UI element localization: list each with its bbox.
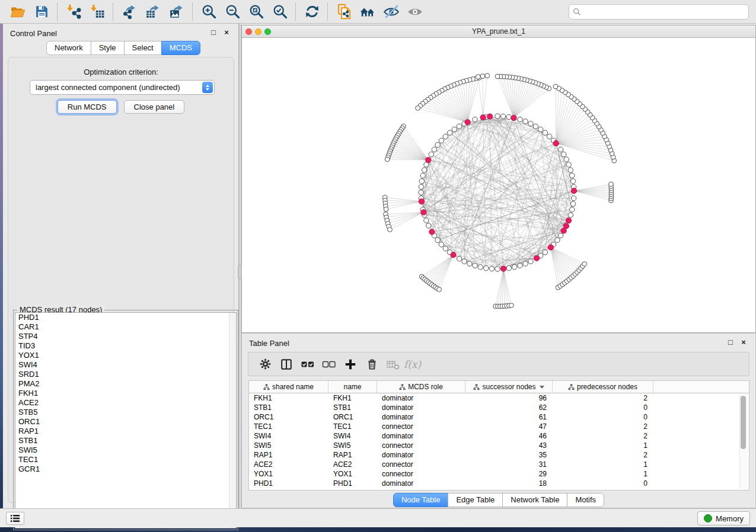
export-network-button[interactable]: [118, 2, 141, 22]
network-node[interactable]: [385, 157, 390, 162]
network-node[interactable]: [422, 168, 427, 172]
mcds-dominator-node[interactable]: [553, 140, 559, 146]
table-row[interactable]: TEC1TEC1connector472: [249, 422, 749, 431]
import-table-button[interactable]: [86, 2, 109, 22]
float-panel-icon[interactable]: □: [209, 27, 218, 37]
network-node[interactable]: [555, 238, 560, 242]
network-node[interactable]: [480, 74, 485, 79]
network-node[interactable]: [452, 127, 457, 132]
tab-network-table[interactable]: Network Table: [502, 493, 567, 507]
table-row[interactable]: ACE2ACE2connector311: [249, 460, 749, 469]
network-node[interactable]: [424, 218, 429, 223]
table-row[interactable]: FKH1FKH1dominator962: [249, 393, 749, 403]
mcds-dominator-node[interactable]: [501, 266, 506, 271]
network-node[interactable]: [388, 227, 393, 232]
network-graph-canvas[interactable]: [242, 37, 755, 332]
network-node[interactable]: [564, 157, 569, 162]
task-history-button[interactable]: [6, 512, 24, 525]
table-row[interactable]: SWI5SWI5connector431: [249, 441, 749, 450]
mcds-result-item[interactable]: ORC1: [15, 417, 236, 427]
refresh-view-button[interactable]: [301, 2, 323, 22]
network-node[interactable]: [509, 303, 514, 308]
network-node[interactable]: [547, 134, 552, 139]
close-panel-icon[interactable]: ×: [222, 27, 231, 37]
network-node[interactable]: [457, 124, 461, 129]
table-row[interactable]: RAP1RAP1dominator352: [249, 450, 749, 460]
list-scrollbar[interactable]: [229, 313, 236, 528]
network-node[interactable]: [570, 201, 575, 206]
mcds-dominator-node[interactable]: [426, 158, 431, 163]
network-node[interactable]: [437, 287, 442, 292]
network-node[interactable]: [443, 246, 448, 251]
network-node[interactable]: [485, 73, 490, 78]
function-builder-icon[interactable]: f(x): [404, 358, 421, 370]
table-row[interactable]: PHD1PHD1dominator180: [249, 479, 749, 488]
close-panel-button[interactable]: Close panel: [124, 100, 185, 114]
table-row[interactable]: ORC1ORC1dominator610: [249, 412, 749, 422]
mcds-result-item[interactable]: FKH1: [15, 389, 236, 398]
column-header-name[interactable]: name: [328, 381, 377, 393]
network-node[interactable]: [523, 261, 528, 266]
open-file-button[interactable]: [7, 2, 29, 22]
network-node[interactable]: [558, 233, 563, 238]
tab-node-table[interactable]: Node Table: [393, 493, 449, 507]
mcds-dominator-node[interactable]: [511, 115, 516, 120]
mcds-dominator-node[interactable]: [534, 255, 540, 261]
first-neighbors-button[interactable]: [356, 2, 379, 22]
mcds-result-item[interactable]: STP4: [15, 332, 236, 341]
table-row[interactable]: SWI4SWI4dominator462: [249, 431, 749, 441]
tab-network[interactable]: Network: [46, 41, 91, 55]
table-scrollbar[interactable]: [739, 394, 748, 489]
tab-mcds[interactable]: MCDS: [161, 41, 200, 55]
network-node[interactable]: [543, 130, 547, 135]
mcds-dominator-node[interactable]: [451, 252, 456, 258]
network-node[interactable]: [506, 265, 511, 270]
mcds-result-item[interactable]: STB1: [15, 436, 236, 446]
network-node[interactable]: [432, 147, 436, 152]
tab-select[interactable]: Select: [124, 41, 162, 55]
delete-column-button[interactable]: [361, 355, 382, 374]
mcds-dominator-node[interactable]: [566, 218, 571, 223]
deselect-all-rows-button[interactable]: [318, 355, 340, 374]
network-node[interactable]: [543, 250, 547, 255]
network-node[interactable]: [476, 75, 480, 79]
network-node[interactable]: [500, 114, 505, 118]
mcds-result-item[interactable]: YOX1: [15, 351, 236, 360]
network-node[interactable]: [571, 196, 576, 200]
network-node[interactable]: [419, 184, 423, 189]
network-node[interactable]: [435, 142, 440, 147]
network-node[interactable]: [495, 114, 500, 118]
network-node[interactable]: [518, 117, 522, 122]
mcds-dominator-node[interactable]: [561, 228, 566, 233]
scrollbar-thumb[interactable]: [741, 396, 746, 449]
network-node[interactable]: [420, 173, 425, 178]
export-image-button[interactable]: [165, 2, 188, 22]
zoom-fit-button[interactable]: [245, 2, 267, 22]
column-header-successor-nodes[interactable]: successor nodes: [465, 381, 553, 393]
network-node[interactable]: [462, 259, 467, 264]
save-session-button[interactable]: [30, 2, 53, 22]
zoom-selected-button[interactable]: [269, 2, 291, 22]
network-node[interactable]: [518, 263, 522, 268]
mcds-dominator-node[interactable]: [487, 114, 493, 119]
network-node[interactable]: [582, 262, 587, 267]
mcds-result-item[interactable]: TID3: [15, 341, 236, 351]
tab-motifs[interactable]: Motifs: [567, 493, 604, 507]
zoom-out-button[interactable]: [221, 2, 244, 22]
network-node[interactable]: [523, 119, 528, 124]
network-node[interactable]: [570, 207, 575, 212]
column-header-shared-name[interactable]: shared name: [249, 381, 328, 393]
run-mcds-button[interactable]: Run MCDS: [58, 100, 117, 114]
delete-table-button[interactable]: [382, 355, 404, 374]
criterion-dropdown[interactable]: largest connected component (undirected): [30, 80, 215, 95]
network-node[interactable]: [533, 124, 538, 129]
network-node[interactable]: [419, 179, 424, 184]
mcds-result-item[interactable]: GCR1: [15, 464, 236, 474]
mcds-result-item[interactable]: SRD1: [15, 370, 236, 379]
mcds-result-item[interactable]: SWI4: [15, 360, 236, 370]
mcds-dominator-node[interactable]: [429, 229, 435, 235]
network-node[interactable]: [489, 266, 494, 271]
network-node[interactable]: [457, 257, 461, 261]
column-header-predecessor-nodes[interactable]: predecessor nodes: [553, 381, 653, 393]
mcds-dominator-node[interactable]: [465, 120, 470, 125]
